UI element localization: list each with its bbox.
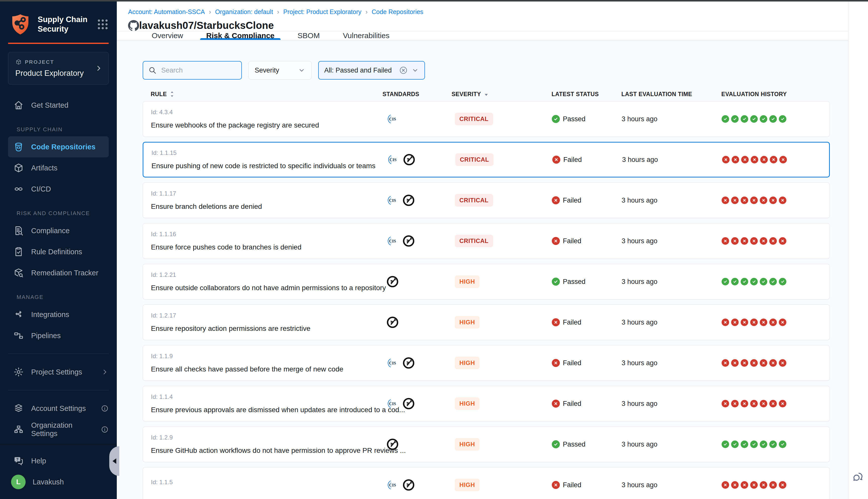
rule-row[interactable]: Id: 1.1.16 Ensure force pushes code to b… — [143, 223, 830, 259]
history-fail-icon — [741, 318, 748, 326]
filters: Severity All: Passed and Failed — [143, 61, 848, 80]
clear-filter-icon[interactable] — [399, 66, 408, 75]
rule-cell: Id: 4.3.4 Ensure webhooks of the package… — [143, 109, 383, 129]
artifacts-box-icon — [13, 162, 24, 173]
standards-cell: CIS — [383, 357, 452, 369]
sidebar-item-code-repositories[interactable]: Code Repositories — [8, 136, 109, 157]
status-text: Failed — [563, 318, 581, 326]
evaluation-time: 3 hours ago — [618, 400, 718, 407]
svg-text:CIS: CIS — [389, 239, 396, 243]
history-fail-icon — [741, 400, 748, 407]
sidebar-item-ci-cd[interactable]: CI/CD — [0, 179, 117, 199]
history-pass-icon — [750, 278, 758, 285]
rule-definitions-icon — [13, 246, 24, 257]
sidebar-item-project-settings[interactable]: Project Settings — [0, 362, 117, 382]
history-fail-icon — [731, 359, 739, 367]
breadcrumb-link[interactable]: Account: Automation-SSCA — [128, 8, 205, 15]
search-input[interactable] — [161, 66, 236, 75]
help-chat-icon: ? — [13, 455, 24, 466]
history-pass-icon — [769, 278, 777, 285]
history-fail-icon — [769, 359, 777, 367]
sidebar-item-compliance[interactable]: Compliance — [0, 220, 117, 241]
column-header-status: LATEST STATUS — [540, 91, 617, 98]
breadcrumb-link[interactable]: Code Repositories — [372, 8, 423, 15]
grid-apps-icon[interactable] — [96, 18, 109, 31]
status-cell: Failed — [540, 237, 618, 245]
tab-vulnerabilities[interactable]: Vulnerabilities — [337, 32, 396, 40]
tab-overview[interactable]: Overview — [146, 32, 189, 40]
breadcrumb-separator: › — [209, 8, 211, 16]
owasp-icon — [386, 438, 399, 451]
history-pass-icon — [750, 115, 758, 123]
cis-badge: CIS — [386, 195, 398, 206]
sidebar-item-pipelines[interactable]: Pipelines — [0, 325, 117, 346]
gear-icon — [13, 366, 24, 378]
history-fail-icon — [741, 196, 748, 204]
sidebar-item-remediation-tracker[interactable]: Remediation Tracker — [0, 262, 117, 283]
sidebar-collapse-handle[interactable] — [109, 446, 119, 476]
column-header-time: LAST EVALUATION TIME — [617, 91, 718, 98]
owasp-icon — [403, 153, 415, 166]
svg-text:CIS: CIS — [389, 361, 396, 365]
status-text: Passed — [563, 440, 586, 448]
column-header-severity[interactable]: SEVERITY — [451, 91, 540, 98]
rule-id: Id: 1.2.17 — [151, 312, 383, 319]
sidebar-item-organization-settings[interactable]: Organization Settings — [0, 419, 117, 440]
status-filter[interactable]: All: Passed and Failed — [318, 61, 425, 80]
tab-risk-compliance[interactable]: Risk & Compliance — [200, 32, 280, 40]
owasp-icon — [386, 316, 399, 329]
column-header-rule[interactable]: RULE — [143, 91, 383, 98]
history-fail-icon — [722, 237, 729, 245]
sidebar-item-artifacts[interactable]: Artifacts — [0, 157, 117, 179]
chevron-right-icon — [95, 64, 103, 72]
help-button[interactable]: ? Help — [0, 450, 117, 471]
help-label: Help — [31, 457, 46, 465]
history-fail-icon — [769, 196, 777, 204]
rule-row[interactable]: Id: 1.1.17 Ensure branch deletions are d… — [143, 182, 830, 218]
breadcrumb-link[interactable]: Organization: default — [215, 8, 273, 15]
owasp-icon — [402, 357, 415, 369]
main-area: Account: Automation-SSCA›Organization: d… — [117, 1, 848, 499]
rule-row[interactable]: Id: 4.3.4 Ensure webhooks of the package… — [143, 101, 830, 137]
history-fail-icon — [769, 237, 777, 245]
rule-cell: Id: 1.1.16 Ensure force pushes code to b… — [143, 231, 383, 251]
owasp-icon — [386, 275, 399, 288]
breadcrumb-link[interactable]: Project: Product Exploratory — [283, 8, 361, 15]
code-repo-icon — [13, 141, 24, 153]
project-selector[interactable]: PROJECT Product Exploratory — [8, 52, 109, 85]
status-passed-icon — [552, 115, 560, 123]
tab-sbom[interactable]: SBOM — [292, 32, 326, 40]
status-cell: Passed — [540, 278, 618, 285]
search-box[interactable] — [143, 61, 242, 80]
rule-row[interactable]: Id: 1.1.9 Ensure all checks have passed … — [143, 345, 830, 381]
status-cell: Passed — [540, 440, 618, 448]
status-text: Failed — [563, 196, 581, 204]
user-menu[interactable]: L Lavakush — [0, 471, 117, 492]
sidebar-item-get-started[interactable]: Get Started — [0, 95, 117, 116]
history-pass-icon — [760, 115, 767, 123]
column-header-standards: STANDARDS — [383, 91, 451, 98]
sidebar-item-integrations[interactable]: Integrations — [0, 304, 117, 325]
history-fail-icon — [760, 237, 767, 245]
sidebar-item-account-settings[interactable]: Account Settings — [0, 398, 117, 419]
rule-row[interactable]: Id: 1.1.5 CIS HIGH Failed 3 hours ago — [143, 467, 830, 499]
support-chat-icon[interactable] — [852, 471, 865, 484]
rule-row[interactable]: Id: 1.1.4 Ensure previous approvals are … — [143, 386, 830, 422]
brand: Supply Chain Security — [0, 1, 117, 36]
severity-filter[interactable]: Severity — [249, 61, 312, 80]
history-fail-icon — [760, 359, 767, 367]
rule-row[interactable]: Id: 1.2.9 Ensure GitHub action workflows… — [143, 426, 830, 462]
rule-row[interactable]: Id: 1.2.21 Ensure outside collaborators … — [143, 264, 830, 300]
history-fail-icon — [779, 481, 786, 489]
rule-row[interactable]: Id: 1.1.15 Ensure pushing of new code is… — [143, 142, 830, 178]
sidebar-section-label: SUPPLY CHAIN — [16, 126, 117, 133]
user-name: Lavakush — [33, 478, 64, 486]
rule-row[interactable]: Id: 1.2.17 Ensure repository action perm… — [143, 304, 830, 340]
history-fail-icon — [741, 481, 748, 489]
rule-cell: Id: 1.1.5 — [143, 479, 383, 491]
status-text: Failed — [563, 481, 581, 489]
sidebar-item-rule-definitions[interactable]: Rule Definitions — [0, 241, 117, 262]
status-text: Failed — [563, 156, 582, 164]
history-pass-icon — [741, 278, 748, 285]
history-fail-icon — [770, 156, 777, 163]
